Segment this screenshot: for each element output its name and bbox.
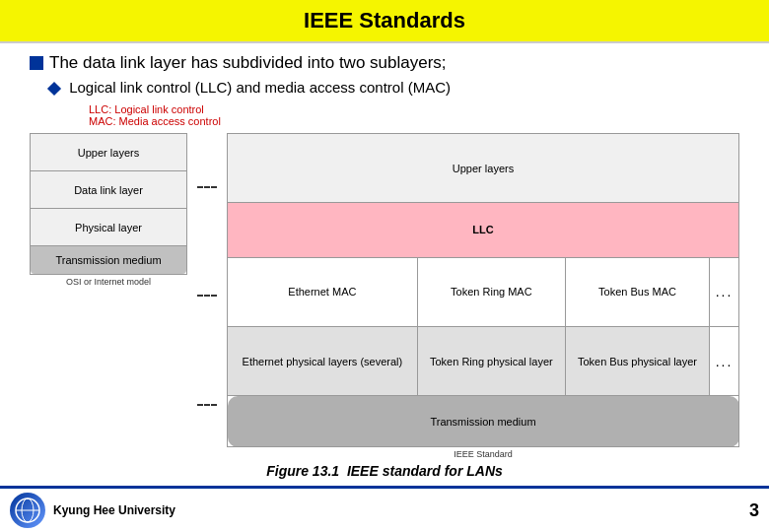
- figure-caption-label: Figure 13.1: [266, 463, 339, 479]
- ieee-token-bus-physical: Token Bus physical layer: [565, 326, 709, 395]
- ieee-ethernet-physical: Ethernet physical layers (several): [228, 326, 418, 395]
- legend-mac: MAC: Media access control: [89, 115, 739, 127]
- ieee-upper-layers: Upper layers: [228, 134, 739, 203]
- figure-caption-text: IEEE standard for LANs: [347, 463, 503, 479]
- ieee-token-bus-mac: Token Bus MAC: [565, 257, 709, 326]
- bullet-square-icon: [30, 56, 43, 70]
- dash-2: [197, 295, 217, 297]
- ieee-transmission-row: Transmission medium: [228, 396, 739, 447]
- osi-physical: Physical layer: [31, 209, 186, 246]
- ieee-llc-row: LLC: [228, 203, 739, 257]
- osi-label: OSI or Internet model: [66, 277, 151, 287]
- osi-model-wrap: Upper layers Data link layer Physical la…: [30, 133, 187, 459]
- ieee-token-ring-mac: Token Ring MAC: [417, 257, 565, 326]
- ieee-physical-row: Ethernet physical layers (several) Token…: [228, 326, 739, 395]
- university-name: Kyung Hee University: [53, 503, 175, 517]
- ieee-table-wrap: Upper layers LLC Ethernet MAC: [227, 133, 739, 459]
- ieee-llc: LLC: [228, 203, 739, 257]
- ieee-transmission: Transmission medium: [228, 396, 739, 447]
- slide-content: The data link layer has subdivided into …: [0, 43, 769, 486]
- main-bullet: The data link layer has subdivided into …: [30, 53, 739, 73]
- diagram-container: Upper layers Data link layer Physical la…: [30, 133, 739, 459]
- ieee-mac-dots: ...: [710, 257, 739, 326]
- university-logo: [10, 493, 45, 528]
- osi-upper-layers: Upper layers: [31, 134, 186, 171]
- sub-bullet: Logical link control (LLC) and media acc…: [49, 79, 739, 96]
- slide-title: IEEE Standards: [0, 0, 769, 43]
- footer-logo: Kyung Hee University: [10, 493, 175, 528]
- osi-transmission: Transmission medium: [31, 246, 186, 274]
- ieee-ethernet-mac: Ethernet MAC: [228, 257, 418, 326]
- page-number: 3: [749, 500, 759, 521]
- dash-3: [197, 404, 217, 406]
- legend-llc: LLC: Logical link control: [89, 103, 739, 115]
- diamond-icon: [47, 82, 61, 96]
- osi-data-link: Data link layer: [31, 171, 186, 209]
- sub-point-text: Logical link control (LLC) and media acc…: [69, 79, 451, 96]
- ieee-table: Upper layers LLC Ethernet MAC: [227, 133, 739, 447]
- ieee-token-ring-physical: Token Ring physical layer: [417, 326, 565, 395]
- legend-llc-text: LLC: Logical link control: [89, 103, 204, 115]
- logo-icon: [14, 497, 41, 524]
- dash-1: [197, 186, 217, 188]
- ieee-physical-dots: ...: [710, 326, 739, 395]
- figure-caption: Figure 13.1 IEEE standard for LANs: [30, 463, 739, 479]
- footer: Kyung Hee University 3: [0, 486, 769, 532]
- connector: [197, 133, 217, 459]
- ieee-mac-row: Ethernet MAC Token Ring MAC Token Bus MA…: [228, 257, 739, 326]
- ieee-upper-row: Upper layers: [228, 134, 739, 203]
- main-point-text: The data link layer has subdivided into …: [49, 53, 447, 73]
- title-text: IEEE Standards: [304, 8, 465, 33]
- slide: IEEE Standards The data link layer has s…: [0, 0, 769, 532]
- legend-mac-text: MAC: Media access control: [89, 115, 221, 127]
- legend: LLC: Logical link control MAC: Media acc…: [89, 103, 739, 127]
- ieee-label: IEEE Standard: [227, 449, 739, 459]
- osi-table: Upper layers Data link layer Physical la…: [30, 133, 187, 275]
